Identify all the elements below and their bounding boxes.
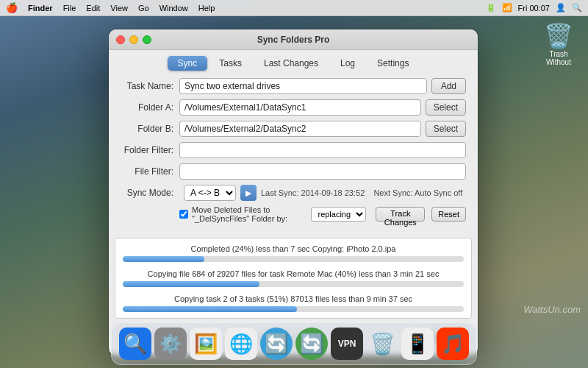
dock-icon-music[interactable]: 🎵 (437, 328, 469, 360)
menubar-battery: 🔋 (486, 3, 496, 13)
dock-icon-vpn[interactable]: VPN (331, 328, 363, 360)
dock-icon-sync2[interactable]: 🔄 (295, 328, 328, 360)
tab-last-changes[interactable]: Last Changes (254, 56, 329, 71)
dialog-title: Sync Folders Pro (257, 35, 330, 45)
folder-a-select-button[interactable]: Select (426, 99, 466, 116)
menubar-file[interactable]: File (63, 4, 76, 13)
tab-tasks[interactable]: Tasks (209, 56, 252, 71)
sync-arrow-icon: ▶ (240, 185, 257, 201)
trash-label: Trash Without (546, 50, 571, 66)
menubar-view[interactable]: View (110, 4, 128, 13)
file-filter-input[interactable] (179, 163, 466, 180)
form-area: Task Name: Add Folder A: Select Folder B… (109, 75, 478, 238)
menubar-wifi: 📶 (502, 3, 512, 13)
menubar-time: Fri 00:07 (518, 4, 550, 13)
task-name-label: Task Name: (121, 81, 179, 91)
progress-label-3: Copying task 2 of 3 tasks (51%) 87013 fi… (123, 294, 464, 303)
progress-bar-wrap-1 (123, 256, 464, 262)
dock-icon-photos[interactable]: 🖼️ (190, 328, 222, 360)
folder-a-row: Folder A: Select (121, 99, 466, 116)
menubar-edit[interactable]: Edit (86, 4, 100, 13)
menubar-left: 🍎 Finder File Edit View Go Window Help (6, 2, 476, 13)
progress-label-1: Completed (24%) less than 7 sec Copying:… (123, 244, 464, 253)
menubar-help[interactable]: Help (198, 4, 215, 13)
add-button[interactable]: Add (431, 78, 466, 94)
menubar-go[interactable]: Go (138, 4, 149, 13)
apple-menu[interactable]: 🍎 (6, 2, 18, 13)
menubar-search-icon[interactable]: 🔍 (572, 3, 582, 13)
dock-icon-browser[interactable]: 🌐 (225, 328, 257, 360)
trash-desktop[interactable]: 🗑️ Trash Without (538, 22, 579, 66)
folder-b-label: Folder B: (121, 124, 179, 134)
menubar-right: 🔋 📶 Fri 00:07 👤 🔍 (486, 3, 582, 13)
folder-b-row: Folder B: Select (121, 121, 466, 137)
trash-icon: 🗑️ (538, 22, 579, 50)
tab-bar: Sync Tasks Last Changes Log Settings (109, 50, 478, 75)
folder-b-input[interactable] (179, 121, 421, 137)
dock: 🔍 ⚙️ 🖼️ 🌐 🔄 🔄 VPN 🗑️ 📱 🎵 (111, 322, 477, 365)
progress-bar-fill-1 (123, 256, 204, 262)
progress-label-2: Copying file 684 of 29207 files for task… (123, 269, 464, 278)
progress-item-1: Completed (24%) less than 7 sec Copying:… (123, 244, 464, 262)
dock-icon-launchpad[interactable]: ⚙️ (154, 328, 187, 360)
tab-log[interactable]: Log (330, 56, 365, 71)
sync-mode-select[interactable]: A <-> B A -> B B -> A (184, 185, 236, 201)
replacing-select[interactable]: replacing moving (311, 207, 366, 222)
watermark: WattsUn.com (523, 304, 581, 315)
folder-filter-input[interactable] (179, 142, 466, 158)
tab-settings[interactable]: Settings (367, 56, 419, 71)
folder-a-input[interactable] (179, 99, 421, 116)
menubar: 🍎 Finder File Edit View Go Window Help 🔋… (0, 0, 588, 16)
reset-button[interactable]: Reset (431, 207, 466, 222)
progress-bar-fill-2 (123, 281, 259, 287)
dock-icon-finder[interactable]: 🔍 (119, 328, 151, 360)
dialog-window: Sync Folders Pro Sync Tasks Last Changes… (109, 29, 478, 355)
progress-bar-wrap-3 (123, 306, 464, 312)
menubar-window[interactable]: Window (159, 4, 188, 13)
maximize-button[interactable] (143, 35, 151, 44)
track-changes-button[interactable]: Track Changes (376, 207, 425, 222)
folder-filter-row: Folder Filter: (121, 142, 466, 158)
move-deleted-label: Move Deleted Files to "_DelSyncFiles" Fo… (192, 205, 307, 223)
progress-area: Completed (24%) less than 7 sec Copying:… (115, 238, 472, 319)
next-sync-text: Next Sync: Auto Sync off (369, 188, 462, 197)
progress-item-2: Copying file 684 of 29207 files for task… (123, 269, 464, 287)
file-filter-row: File Filter: (121, 163, 466, 180)
traffic-lights (116, 35, 151, 44)
menubar-user: 👤 (556, 3, 566, 13)
dock-icon-phone[interactable]: 📱 (401, 328, 434, 360)
dock-icon-sync1[interactable]: 🔄 (260, 328, 293, 360)
minimize-button[interactable] (129, 35, 138, 44)
dock-icon-trash[interactable]: 🗑️ (366, 328, 398, 360)
desktop: 🍎 Finder File Edit View Go Window Help 🔋… (0, 0, 588, 368)
move-deleted-row: Move Deleted Files to "_DelSyncFiles" Fo… (121, 205, 466, 223)
sync-mode-label: Sync Mode: (121, 188, 179, 198)
folder-b-select-button[interactable]: Select (426, 121, 466, 137)
folder-a-label: Folder A: (121, 102, 179, 113)
progress-bar-fill-3 (123, 306, 297, 312)
close-button[interactable] (116, 35, 125, 44)
move-deleted-checkbox[interactable] (179, 210, 188, 219)
progress-item-3: Copying task 2 of 3 tasks (51%) 87013 fi… (123, 294, 464, 312)
titlebar: Sync Folders Pro (109, 29, 478, 50)
sync-mode-row: Sync Mode: A <-> B A -> B B -> A ▶ Last … (121, 185, 466, 201)
progress-bar-wrap-2 (123, 281, 464, 287)
folder-filter-label: Folder Filter: (121, 145, 179, 155)
menubar-finder[interactable]: Finder (28, 4, 53, 13)
task-name-row: Task Name: Add (121, 78, 466, 94)
tab-sync[interactable]: Sync (168, 56, 208, 71)
task-name-input[interactable] (179, 78, 427, 94)
last-sync-text: Last Sync: 2014-09-18 23:52 (261, 188, 365, 197)
file-filter-label: File Filter: (121, 166, 179, 177)
